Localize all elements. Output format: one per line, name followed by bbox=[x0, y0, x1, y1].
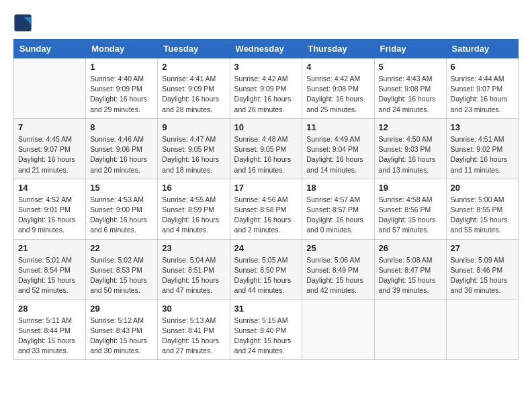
logo bbox=[13, 13, 35, 32]
day-number: 1 bbox=[90, 62, 153, 72]
calendar-cell: 19Sunrise: 4:58 AM Sunset: 8:56 PM Dayli… bbox=[374, 179, 446, 239]
svg-rect-0 bbox=[14, 14, 31, 31]
day-info: Sunrise: 4:57 AM Sunset: 8:57 PM Dayligh… bbox=[306, 195, 369, 236]
day-info: Sunrise: 5:06 AM Sunset: 8:49 PM Dayligh… bbox=[306, 255, 369, 296]
day-info: Sunrise: 5:00 AM Sunset: 8:55 PM Dayligh… bbox=[451, 195, 514, 236]
weekday-header-row: SundayMondayTuesdayWednesdayThursdayFrid… bbox=[14, 40, 519, 58]
day-number: 6 bbox=[451, 62, 514, 72]
day-info: Sunrise: 4:48 AM Sunset: 9:05 PM Dayligh… bbox=[234, 134, 298, 175]
calendar-cell: 26Sunrise: 5:08 AM Sunset: 8:47 PM Dayli… bbox=[374, 239, 446, 300]
weekday-header-friday: Friday bbox=[374, 40, 446, 58]
day-info: Sunrise: 5:15 AM Sunset: 8:40 PM Dayligh… bbox=[234, 316, 298, 357]
day-info: Sunrise: 4:40 AM Sunset: 9:09 PM Dayligh… bbox=[90, 74, 153, 115]
day-number: 18 bbox=[306, 183, 369, 193]
calendar-cell: 5Sunrise: 4:43 AM Sunset: 9:08 PM Daylig… bbox=[374, 58, 446, 119]
day-info: Sunrise: 4:43 AM Sunset: 9:08 PM Dayligh… bbox=[379, 74, 442, 115]
day-number: 2 bbox=[162, 62, 225, 72]
calendar-cell: 13Sunrise: 4:51 AM Sunset: 9:02 PM Dayli… bbox=[446, 118, 518, 179]
day-number: 3 bbox=[234, 62, 298, 72]
calendar-cell: 9Sunrise: 4:47 AM Sunset: 9:05 PM Daylig… bbox=[158, 118, 230, 179]
day-number: 12 bbox=[379, 122, 442, 132]
calendar-cell: 18Sunrise: 4:57 AM Sunset: 8:57 PM Dayli… bbox=[302, 179, 374, 239]
day-number: 23 bbox=[162, 243, 225, 253]
weekday-header-saturday: Saturday bbox=[446, 40, 518, 58]
day-number: 5 bbox=[379, 62, 442, 72]
day-number: 19 bbox=[379, 183, 442, 193]
calendar-cell: 28Sunrise: 5:11 AM Sunset: 8:44 PM Dayli… bbox=[14, 300, 86, 360]
calendar-cell: 25Sunrise: 5:06 AM Sunset: 8:49 PM Dayli… bbox=[302, 239, 374, 300]
day-number: 20 bbox=[451, 183, 514, 193]
day-number: 13 bbox=[451, 122, 514, 132]
day-info: Sunrise: 4:46 AM Sunset: 9:06 PM Dayligh… bbox=[90, 134, 153, 175]
day-info: Sunrise: 4:50 AM Sunset: 9:03 PM Dayligh… bbox=[379, 134, 442, 175]
day-info: Sunrise: 5:11 AM Sunset: 8:44 PM Dayligh… bbox=[18, 316, 81, 357]
day-info: Sunrise: 4:49 AM Sunset: 9:04 PM Dayligh… bbox=[306, 134, 369, 175]
day-number: 14 bbox=[18, 183, 81, 193]
calendar-cell: 30Sunrise: 5:13 AM Sunset: 8:41 PM Dayli… bbox=[158, 300, 230, 360]
calendar-week-row: 1Sunrise: 4:40 AM Sunset: 9:09 PM Daylig… bbox=[14, 58, 519, 119]
calendar-cell: 29Sunrise: 5:12 AM Sunset: 8:43 PM Dayli… bbox=[86, 300, 158, 360]
page-header bbox=[13, 13, 519, 32]
calendar-cell bbox=[374, 300, 446, 360]
day-info: Sunrise: 5:05 AM Sunset: 8:50 PM Dayligh… bbox=[234, 255, 298, 296]
calendar-cell: 27Sunrise: 5:09 AM Sunset: 8:46 PM Dayli… bbox=[446, 239, 518, 300]
day-info: Sunrise: 5:08 AM Sunset: 8:47 PM Dayligh… bbox=[379, 255, 442, 296]
calendar-cell: 2Sunrise: 4:41 AM Sunset: 9:09 PM Daylig… bbox=[158, 58, 230, 119]
weekday-header-tuesday: Tuesday bbox=[158, 40, 230, 58]
calendar-cell: 16Sunrise: 4:55 AM Sunset: 8:59 PM Dayli… bbox=[158, 179, 230, 239]
day-info: Sunrise: 5:04 AM Sunset: 8:51 PM Dayligh… bbox=[162, 255, 225, 296]
calendar-cell: 17Sunrise: 4:56 AM Sunset: 8:58 PM Dayli… bbox=[230, 179, 302, 239]
day-info: Sunrise: 5:09 AM Sunset: 8:46 PM Dayligh… bbox=[451, 255, 514, 296]
calendar-cell: 8Sunrise: 4:46 AM Sunset: 9:06 PM Daylig… bbox=[86, 118, 158, 179]
day-number: 10 bbox=[234, 122, 298, 132]
day-info: Sunrise: 5:12 AM Sunset: 8:43 PM Dayligh… bbox=[90, 316, 153, 357]
day-number: 7 bbox=[18, 122, 81, 132]
day-info: Sunrise: 4:52 AM Sunset: 9:01 PM Dayligh… bbox=[18, 195, 81, 236]
day-number: 26 bbox=[379, 243, 442, 253]
calendar-week-row: 28Sunrise: 5:11 AM Sunset: 8:44 PM Dayli… bbox=[14, 300, 519, 360]
day-info: Sunrise: 5:01 AM Sunset: 8:54 PM Dayligh… bbox=[18, 255, 81, 296]
day-number: 30 bbox=[162, 304, 225, 314]
calendar-cell: 6Sunrise: 4:44 AM Sunset: 9:07 PM Daylig… bbox=[446, 58, 518, 119]
day-info: Sunrise: 4:51 AM Sunset: 9:02 PM Dayligh… bbox=[451, 134, 514, 175]
day-number: 11 bbox=[306, 122, 369, 132]
calendar-cell: 14Sunrise: 4:52 AM Sunset: 9:01 PM Dayli… bbox=[14, 179, 86, 239]
calendar-cell: 21Sunrise: 5:01 AM Sunset: 8:54 PM Dayli… bbox=[14, 239, 86, 300]
calendar-cell: 22Sunrise: 5:02 AM Sunset: 8:53 PM Dayli… bbox=[86, 239, 158, 300]
calendar-week-row: 14Sunrise: 4:52 AM Sunset: 9:01 PM Dayli… bbox=[14, 179, 519, 239]
calendar-week-row: 21Sunrise: 5:01 AM Sunset: 8:54 PM Dayli… bbox=[14, 239, 519, 300]
weekday-header-thursday: Thursday bbox=[302, 40, 374, 58]
calendar-week-row: 7Sunrise: 4:45 AM Sunset: 9:07 PM Daylig… bbox=[14, 118, 519, 179]
calendar-cell: 31Sunrise: 5:15 AM Sunset: 8:40 PM Dayli… bbox=[230, 300, 302, 360]
day-number: 22 bbox=[90, 243, 153, 253]
day-info: Sunrise: 4:44 AM Sunset: 9:07 PM Dayligh… bbox=[451, 74, 514, 115]
calendar-cell: 3Sunrise: 4:42 AM Sunset: 9:09 PM Daylig… bbox=[230, 58, 302, 119]
weekday-header-monday: Monday bbox=[86, 40, 158, 58]
day-number: 17 bbox=[234, 183, 298, 193]
day-info: Sunrise: 5:02 AM Sunset: 8:53 PM Dayligh… bbox=[90, 255, 153, 296]
day-info: Sunrise: 5:13 AM Sunset: 8:41 PM Dayligh… bbox=[162, 316, 225, 357]
calendar-cell bbox=[302, 300, 374, 360]
calendar-cell: 15Sunrise: 4:53 AM Sunset: 9:00 PM Dayli… bbox=[86, 179, 158, 239]
day-number: 21 bbox=[18, 243, 81, 253]
day-number: 27 bbox=[451, 243, 514, 253]
day-number: 15 bbox=[90, 183, 153, 193]
calendar-cell: 11Sunrise: 4:49 AM Sunset: 9:04 PM Dayli… bbox=[302, 118, 374, 179]
weekday-header-wednesday: Wednesday bbox=[230, 40, 302, 58]
calendar-cell bbox=[446, 300, 518, 360]
day-number: 31 bbox=[234, 304, 298, 314]
day-info: Sunrise: 4:41 AM Sunset: 9:09 PM Dayligh… bbox=[162, 74, 225, 115]
day-number: 8 bbox=[90, 122, 153, 132]
day-info: Sunrise: 4:55 AM Sunset: 8:59 PM Dayligh… bbox=[162, 195, 225, 236]
day-number: 29 bbox=[90, 304, 153, 314]
day-number: 9 bbox=[162, 122, 225, 132]
day-info: Sunrise: 4:42 AM Sunset: 9:09 PM Dayligh… bbox=[234, 74, 298, 115]
logo-icon bbox=[13, 13, 32, 32]
weekday-header-sunday: Sunday bbox=[14, 40, 86, 58]
day-info: Sunrise: 4:56 AM Sunset: 8:58 PM Dayligh… bbox=[234, 195, 298, 236]
calendar-cell: 23Sunrise: 5:04 AM Sunset: 8:51 PM Dayli… bbox=[158, 239, 230, 300]
calendar-cell: 7Sunrise: 4:45 AM Sunset: 9:07 PM Daylig… bbox=[14, 118, 86, 179]
day-info: Sunrise: 4:42 AM Sunset: 9:08 PM Dayligh… bbox=[306, 74, 369, 115]
day-number: 16 bbox=[162, 183, 225, 193]
day-number: 24 bbox=[234, 243, 298, 253]
